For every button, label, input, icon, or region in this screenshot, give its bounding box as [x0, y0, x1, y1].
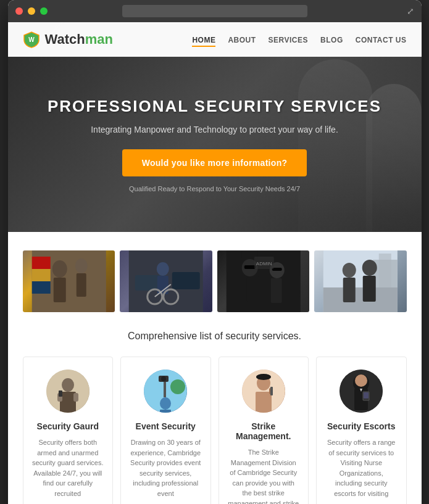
svg-point-50 [170, 379, 185, 394]
svg-point-34 [343, 263, 356, 278]
content-section: ADMIN [8, 232, 422, 504]
hero-caption: Qualified Ready to Respond to Your Secur… [129, 185, 300, 192]
nav-link-about[interactable]: ABOUT [228, 36, 256, 44]
logo-watch: Watch [45, 31, 85, 47]
svg-rect-35 [343, 278, 356, 302]
section-heading: Comprehensive list of security services. [23, 331, 407, 342]
svg-rect-22 [244, 265, 255, 269]
svg-rect-42 [73, 393, 78, 402]
minimize-button[interactable] [28, 7, 35, 15]
service-desc-0: Security offers both armed and unarmed s… [32, 437, 104, 498]
svg-rect-33 [379, 254, 391, 287]
svg-point-8 [75, 258, 87, 273]
navbar: W Watchman HOME ABOUT SERVICES BLOG CONT… [8, 22, 422, 57]
hero-subtitle: Integrating Manpower and Technology to p… [91, 125, 338, 134]
svg-rect-57 [270, 387, 273, 395]
gallery-item-2 [120, 250, 212, 312]
svg-point-36 [362, 260, 377, 276]
gallery-image-2-svg [120, 250, 212, 312]
svg-rect-49 [160, 410, 171, 413]
svg-rect-7 [31, 281, 50, 294]
service-desc-2: The Strike Management Division of Cambri… [228, 447, 300, 504]
svg-point-39 [62, 378, 74, 392]
service-name-3: Security Escorts [325, 421, 398, 431]
security-guard-icon-svg [46, 370, 90, 413]
svg-rect-55 [256, 392, 272, 413]
service-card-event-security: Event Security Drawing on 30 years of ex… [120, 357, 211, 504]
expand-icon[interactable]: ⤢ [407, 6, 414, 16]
service-icon-strike-management [242, 370, 285, 413]
svg-rect-6 [31, 269, 50, 281]
gallery-item-1 [23, 250, 115, 312]
image-gallery: ADMIN [23, 250, 407, 312]
event-security-icon-svg [144, 370, 187, 413]
svg-rect-54 [259, 374, 269, 379]
svg-point-14 [157, 262, 169, 276]
gallery-image-4-svg [314, 250, 407, 312]
svg-rect-43 [59, 390, 62, 397]
browser-window: ⤢ W Watchman HOME ABOUT SERVICES BLOG CO… [8, 0, 422, 504]
gallery-item-3: ADMIN [217, 250, 310, 312]
strike-management-icon-svg [242, 370, 285, 413]
service-desc-1: Drawing on 30 years of experience, Cambr… [130, 437, 202, 498]
hero-title: PROFESSIONAL SECURITY SERVICES [48, 97, 381, 116]
url-bar[interactable] [122, 5, 307, 17]
hero-content: PROFESSIONAL SECURITY SERVICES Integrati… [8, 57, 422, 232]
browser-titlebar: ⤢ [8, 0, 422, 22]
nav-item-services[interactable]: SERVICES [269, 34, 308, 45]
service-icon-event-security [144, 370, 187, 413]
nav-link-blog[interactable]: BLOG [320, 36, 343, 44]
svg-point-61 [355, 374, 367, 387]
nav-link-contact[interactable]: CONTACT US [356, 36, 407, 44]
logo-text: Watchman [45, 31, 113, 48]
maximize-button[interactable] [40, 7, 48, 15]
hero-cta-button[interactable]: Would you like more information? [122, 149, 307, 176]
nav-item-home[interactable]: HOME [192, 34, 215, 45]
close-button[interactable] [15, 7, 23, 15]
service-name-1: Event Security [130, 421, 202, 431]
svg-rect-65 [364, 392, 369, 399]
svg-point-3 [52, 260, 67, 278]
services-grid: Security Gaurd Security offers both arme… [23, 357, 407, 504]
nav-item-contact[interactable]: CONTACT US [356, 34, 407, 45]
svg-point-47 [161, 376, 166, 381]
security-escorts-icon-svg [339, 370, 383, 413]
service-card-security-guard: Security Gaurd Security offers both arme… [23, 357, 114, 504]
svg-rect-37 [363, 276, 376, 302]
svg-rect-4 [53, 278, 65, 302]
svg-text:ADMIN: ADMIN [256, 261, 272, 266]
gallery-image-3-svg: ADMIN [217, 250, 310, 312]
svg-point-48 [160, 397, 171, 410]
svg-rect-23 [246, 276, 259, 302]
svg-rect-13 [172, 272, 200, 289]
service-name-2: Strike Management. [228, 421, 300, 441]
nav-item-blog[interactable]: BLOG [320, 34, 343, 45]
svg-rect-9 [76, 273, 86, 297]
gallery-item-4 [314, 250, 407, 312]
gallery-image-1-svg [23, 250, 115, 312]
svg-rect-26 [270, 278, 281, 303]
service-icon-security-guard [46, 370, 90, 413]
nav-link-home[interactable]: HOME [192, 36, 215, 47]
svg-rect-5 [31, 257, 50, 269]
service-card-strike-management: Strike Management. The Strike Management… [219, 357, 309, 504]
logo-man: man [85, 31, 113, 47]
hero-section: W Watchman HOME ABOUT SERVICES BLOG CONT… [8, 22, 422, 232]
nav-item-about[interactable]: ABOUT [228, 34, 256, 45]
logo: W Watchman [23, 31, 113, 48]
service-card-security-escorts: Security Escorts Security offers a range… [316, 357, 407, 504]
nav-links: HOME ABOUT SERVICES BLOG CONTACT US [192, 34, 406, 45]
shield-logo-icon: W [23, 31, 40, 48]
service-desc-3: Security offers a range of security serv… [325, 437, 398, 498]
service-icon-security-escorts [339, 370, 383, 413]
service-name-0: Security Gaurd [32, 421, 104, 431]
svg-text:W: W [28, 36, 35, 43]
svg-rect-30 [323, 287, 398, 312]
nav-link-services[interactable]: SERVICES [269, 36, 308, 44]
